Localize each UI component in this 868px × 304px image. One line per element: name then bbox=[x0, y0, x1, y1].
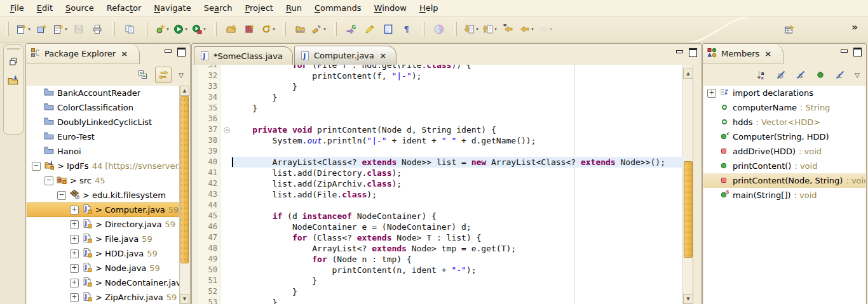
dropdown-arrow-icon[interactable]: ▾ bbox=[28, 27, 31, 32]
minimize-icon[interactable] bbox=[165, 49, 172, 55]
close-icon[interactable]: × bbox=[121, 49, 128, 58]
toolbar-group-handle[interactable] bbox=[112, 22, 115, 36]
print-button[interactable] bbox=[90, 22, 105, 37]
tree-item-directory-java[interactable]: +J> Directory.java59 bbox=[27, 217, 189, 232]
next-annotation-button[interactable]: ▾ bbox=[464, 22, 479, 37]
code-line-43[interactable]: 43 list.add(File.class); bbox=[193, 189, 683, 200]
editor-tab-someclass-java[interactable]: J*SomeClass.java bbox=[194, 46, 293, 65]
expand-toggle[interactable]: + bbox=[70, 264, 79, 273]
dropdown-arrow-icon[interactable]: ▾ bbox=[494, 27, 497, 32]
code-text[interactable]: NodeContainer e = (NodeContainer) d; bbox=[231, 221, 683, 232]
open-perspective-button[interactable] bbox=[7, 75, 20, 88]
tree-item-import-declarations[interactable]: +import declarations bbox=[703, 86, 865, 100]
tree-item-ziparchiv-java[interactable]: +J> ZipArchiv.java59 bbox=[27, 290, 189, 304]
tree-item-colorclassification[interactable]: ColorClassification bbox=[27, 100, 189, 115]
collapse-all-button[interactable] bbox=[135, 67, 151, 83]
menu-run[interactable]: Run bbox=[280, 1, 308, 15]
code-text[interactable]: printContent(f, "|-"); bbox=[231, 70, 683, 81]
menu-source[interactable]: Source bbox=[59, 1, 100, 15]
code-line-35[interactable]: 35 } bbox=[193, 103, 683, 114]
dropdown-arrow-icon[interactable]: ▾ bbox=[273, 27, 275, 32]
code-line-38[interactable]: 38 System.out.println("|-" + ident + " "… bbox=[193, 135, 683, 146]
code-text[interactable]: } bbox=[231, 81, 683, 92]
tree-item-ipdfs[interactable]: −J> IpdFs44 [https://svnserver.i bbox=[27, 159, 189, 173]
dropdown-arrow-icon[interactable]: ▾ bbox=[550, 27, 552, 32]
save-button[interactable] bbox=[71, 22, 86, 37]
code-line-45[interactable]: 45 if (d instanceof NodeContainer) { bbox=[193, 211, 683, 221]
console-button[interactable] bbox=[381, 22, 396, 37]
expand-toggle[interactable]: + bbox=[70, 206, 79, 215]
dropdown-arrow-icon[interactable]: ▾ bbox=[476, 27, 478, 32]
tree-item-node-java[interactable]: +J> Node.java59 bbox=[27, 261, 189, 275]
menu-search[interactable]: Search bbox=[198, 1, 239, 15]
scroll-down-icon[interactable]: ▼ bbox=[180, 294, 189, 304]
maximize-icon[interactable] bbox=[177, 48, 186, 56]
toolbar-group-handle[interactable] bbox=[214, 22, 217, 36]
dropdown-arrow-icon[interactable]: ▾ bbox=[166, 27, 169, 32]
debug-button[interactable]: ▾ bbox=[154, 22, 170, 37]
tree-item-euro-test[interactable]: Euro-Test bbox=[27, 129, 189, 144]
expand-toggle[interactable]: + bbox=[70, 220, 79, 229]
code-text[interactable]: } bbox=[231, 286, 683, 297]
expand-toggle[interactable]: + bbox=[707, 89, 716, 98]
code-line-42[interactable]: 42 list.add(ZipArchiv.class); bbox=[193, 178, 683, 189]
hide-nonpublic-button[interactable] bbox=[813, 67, 828, 83]
code-line-53[interactable]: 53 } bbox=[193, 297, 683, 304]
code-text[interactable]: printContent(n, ident + "-"); bbox=[231, 265, 683, 275]
dropdown-arrow-icon[interactable]: ▾ bbox=[185, 27, 187, 32]
new-project-wizard-button[interactable] bbox=[34, 22, 50, 37]
dropdown-arrow-icon[interactable]: ▾ bbox=[65, 27, 67, 32]
menu-project[interactable]: Project bbox=[238, 1, 280, 15]
toolbar-group-handle[interactable] bbox=[334, 22, 337, 36]
collapse-toggle[interactable]: − bbox=[57, 191, 66, 200]
code-line-51[interactable]: 51 } bbox=[193, 275, 683, 286]
tree-item-nodecontainer-java[interactable]: +J> NodeContainer.java59 bbox=[27, 275, 189, 290]
collapse-toggle[interactable]: − bbox=[44, 176, 53, 185]
toolbar-group-handle[interactable] bbox=[283, 22, 286, 36]
tree-item-computer-string-hdd[interactable]: cComputer(String, HDD) bbox=[703, 129, 865, 144]
dropdown-arrow-icon[interactable]: ▾ bbox=[323, 27, 326, 32]
tree-item-adddrive-hdd[interactable]: addDrive(HDD) : void bbox=[703, 144, 865, 159]
tree-item-hanoi[interactable]: Hanoi bbox=[27, 144, 189, 159]
toolbar-overflow-chevron[interactable]: » bbox=[851, 22, 858, 33]
new-file-wizard-button[interactable]: ▾ bbox=[53, 22, 68, 37]
code-text[interactable]: for (Node n : tmp) { bbox=[231, 254, 683, 265]
code-text[interactable]: ArrayList<Class<? extends Node>> list = … bbox=[231, 157, 683, 168]
link-with-editor-button[interactable] bbox=[155, 67, 172, 83]
tree-item-hdds[interactable]: hdds : Vector<HDD> bbox=[703, 115, 865, 129]
toolbar-group-handle[interactable] bbox=[145, 22, 147, 36]
view-menu-icon[interactable]: ▽ bbox=[176, 72, 186, 79]
code-text[interactable]: } bbox=[231, 92, 683, 103]
code-line-52[interactable]: 52 } bbox=[193, 286, 683, 297]
scroll-up-icon[interactable]: ▲ bbox=[180, 86, 189, 96]
code-text[interactable]: for (Class<? extends Node> T : list) { bbox=[231, 232, 683, 243]
code-text[interactable] bbox=[231, 114, 683, 124]
expand-toggle[interactable]: + bbox=[70, 293, 79, 302]
code-line-41[interactable]: 41 list.add(Directory.class); bbox=[193, 168, 683, 178]
code-text[interactable] bbox=[231, 146, 683, 157]
editor-scrollbar[interactable]: ▲▼ bbox=[682, 65, 693, 304]
code-text[interactable]: } bbox=[231, 275, 683, 286]
members-view-tab[interactable]: Members × bbox=[703, 44, 783, 64]
close-icon[interactable]: × bbox=[380, 51, 386, 60]
tree-item-doublylinkedcycliclist[interactable]: DoublyLinkedCyclicList bbox=[27, 115, 189, 129]
code-line-33[interactable]: 33 } bbox=[193, 81, 683, 92]
package-explorer-view-tab[interactable]: Package Explorer × bbox=[26, 44, 140, 64]
code-line-49[interactable]: 49 for (Node n : tmp) { bbox=[193, 254, 683, 265]
tree-item-edu-kit-filesystem[interactable]: −> edu.kit.filesystem bbox=[27, 188, 189, 202]
code-line-32[interactable]: 32 printContent(f, "|-"); bbox=[193, 70, 683, 81]
tree-item-hdd-java[interactable]: +J> HDD.java59 bbox=[27, 246, 189, 261]
code-line-46[interactable]: 46 NodeContainer e = (NodeContainer) d; bbox=[193, 221, 683, 232]
code-text[interactable]: list.add(Directory.class); bbox=[231, 168, 683, 178]
code-text[interactable]: ArrayList<? extends Node> tmp = e.get(T)… bbox=[231, 243, 683, 254]
close-icon[interactable]: × bbox=[764, 49, 771, 58]
code-text[interactable]: list.add(File.class); bbox=[231, 189, 683, 200]
expand-toggle[interactable]: + bbox=[70, 235, 79, 244]
code-line-34[interactable]: 34 } bbox=[193, 92, 683, 103]
code-text[interactable]: for (File f : hdd.get(File.class)) { bbox=[231, 65, 683, 70]
menu-file[interactable]: File bbox=[4, 1, 31, 15]
hide-local-types-button[interactable]: L bbox=[832, 67, 848, 83]
tree-item-computername[interactable]: computerName : String bbox=[703, 100, 865, 115]
menu-edit[interactable]: Edit bbox=[31, 1, 59, 15]
minimize-icon[interactable] bbox=[841, 49, 848, 55]
